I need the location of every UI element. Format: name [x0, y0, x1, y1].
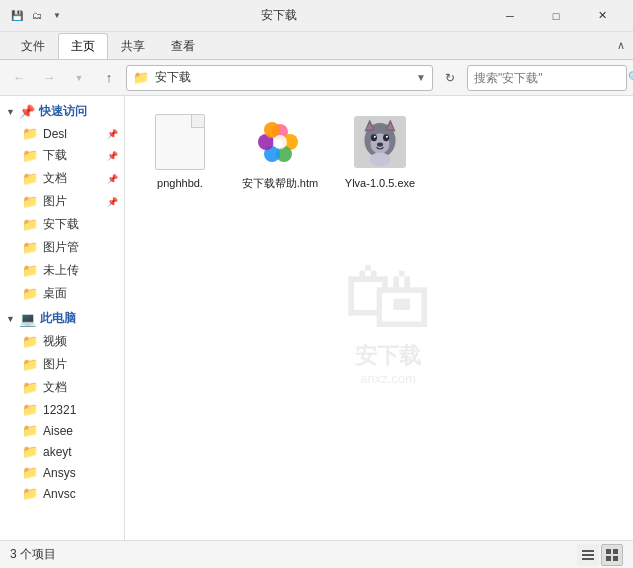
tab-home[interactable]: 主页	[58, 33, 108, 59]
folder-icon: 📁	[22, 148, 38, 163]
folder-icon: 📁	[22, 217, 38, 232]
sidebar-item-label: 视频	[43, 333, 67, 350]
sidebar-item-downloads[interactable]: 📁 下载 📌	[0, 144, 124, 167]
title-bar: 💾 🗂 ▼ 安下载 ─ □ ✕	[0, 0, 633, 32]
sidebar-item-anxz[interactable]: 📁 安下载	[0, 213, 124, 236]
thispc-arrow: ▼	[6, 314, 15, 324]
pin-icon: 📌	[107, 151, 118, 161]
sidebar-item-label: 文档	[43, 170, 67, 187]
watermark-subtext: anxz.com	[343, 371, 433, 386]
pin-icon: 📌	[19, 104, 35, 119]
file-icon-container	[150, 112, 210, 172]
sidebar-item-label: 文档	[43, 379, 67, 396]
pin-icon: 📌	[107, 129, 118, 139]
svg-rect-20	[582, 550, 594, 552]
address-dropdown-icon[interactable]: ▼	[416, 72, 426, 83]
svg-rect-21	[582, 554, 594, 556]
watermark-bag-icon: 🛍	[343, 251, 433, 341]
sidebar-item-label: 安下载	[43, 216, 79, 233]
sidebar: ▼ 📌 快速访问 📁 Desl 📌 📁 下载 📌 📁 文档 📌 📁 图片 📌 📁	[0, 96, 125, 540]
down-arrow-btn[interactable]: ▼	[48, 7, 66, 25]
svg-point-15	[383, 134, 389, 141]
address-bar[interactable]: 📁 安下载 ▼	[126, 65, 433, 91]
tab-share[interactable]: 共享	[108, 33, 158, 59]
sidebar-item-12321[interactable]: 📁 12321	[0, 399, 124, 420]
quick-access-header[interactable]: ▼ 📌 快速访问	[0, 100, 124, 123]
quick-access-arrow: ▼	[6, 107, 15, 117]
sidebar-item-video[interactable]: 📁 视频	[0, 330, 124, 353]
sidebar-item-label: 未上传	[43, 262, 79, 279]
up-button[interactable]: ↑	[96, 65, 122, 91]
svg-rect-26	[613, 556, 618, 561]
computer-icon: 💻	[19, 311, 36, 327]
sidebar-item-label: Desl	[43, 127, 67, 141]
sidebar-item-label: akeyt	[43, 445, 72, 459]
sidebar-item-docs[interactable]: 📁 文档 📌	[0, 167, 124, 190]
sidebar-item-desktop[interactable]: 📁 Desl 📌	[0, 123, 124, 144]
svg-rect-25	[606, 556, 611, 561]
search-bar[interactable]: 🔍	[467, 65, 627, 91]
maximize-button[interactable]: □	[533, 0, 579, 32]
file-area[interactable]: 🛍 安下载 anxz.com pnghhbd.	[125, 96, 633, 540]
down-nav-button[interactable]: ▼	[66, 65, 92, 91]
thispc-header[interactable]: ▼ 💻 此电脑	[0, 305, 124, 330]
wolf-icon	[354, 116, 406, 168]
grid-view-button[interactable]	[601, 544, 623, 566]
sidebar-item-label: 12321	[43, 403, 76, 417]
tab-file[interactable]: 文件	[8, 33, 58, 59]
status-bar: 3 个项目	[0, 540, 633, 568]
title-bar-left: 💾 🗂 ▼ 安下载	[8, 7, 487, 25]
view-toggle	[577, 544, 623, 566]
sidebar-item-imgmgr[interactable]: 📁 图片管	[0, 236, 124, 259]
sidebar-item-unuploaded[interactable]: 📁 未上传	[0, 259, 124, 282]
svg-point-16	[374, 136, 376, 138]
file-item-htm[interactable]: 安下载帮助.htm	[235, 106, 325, 196]
svg-point-6	[273, 135, 287, 149]
sidebar-item-dektop2[interactable]: 📁 桌面	[0, 282, 124, 305]
sidebar-item-ansys[interactable]: 📁 Ansys	[0, 462, 124, 483]
list-view-button[interactable]	[577, 544, 599, 566]
search-input[interactable]	[474, 71, 624, 85]
folder-icon: 📁	[22, 334, 38, 349]
folder-icon: 📁	[22, 126, 38, 141]
minimize-button[interactable]: ─	[487, 0, 533, 32]
sidebar-item-pics[interactable]: 📁 图片	[0, 353, 124, 376]
sidebar-item-label: 图片管	[43, 239, 79, 256]
sidebar-item-label: Anvsc	[43, 487, 76, 501]
window-controls: ─ □ ✕	[487, 0, 625, 32]
tab-view[interactable]: 查看	[158, 33, 208, 59]
file-item-ylva[interactable]: Ylva-1.0.5.exe	[335, 106, 425, 196]
folder-icon: 📁	[22, 357, 38, 372]
document-icon	[155, 114, 205, 170]
ribbon-collapse-icon[interactable]: ∧	[617, 39, 625, 52]
file-icon-container	[250, 112, 310, 172]
quick-access-toolbar: 💾 🗂 ▼	[8, 7, 66, 25]
sidebar-item-anvsc[interactable]: 📁 Anvsc	[0, 483, 124, 504]
folder-icon: 📁	[22, 171, 38, 186]
properties-quick-btn[interactable]: 🗂	[28, 7, 46, 25]
sidebar-item-aisee[interactable]: 📁 Aisee	[0, 420, 124, 441]
file-item-pnghhbd[interactable]: pnghhbd.	[135, 106, 225, 196]
sidebar-item-documents[interactable]: 📁 文档	[0, 376, 124, 399]
pin-icon: 📌	[107, 197, 118, 207]
save-quick-btn[interactable]: 💾	[8, 7, 26, 25]
sidebar-item-label: 图片	[43, 193, 67, 210]
sidebar-item-pictures[interactable]: 📁 图片 📌	[0, 190, 124, 213]
folder-icon: 📁	[22, 380, 38, 395]
svg-point-19	[370, 152, 391, 166]
folder-icon: 📁	[22, 194, 38, 209]
close-button[interactable]: ✕	[579, 0, 625, 32]
svg-point-18	[377, 142, 383, 146]
forward-button[interactable]: →	[36, 65, 62, 91]
svg-rect-24	[613, 549, 618, 554]
svg-rect-23	[606, 549, 611, 554]
sidebar-item-akeyt[interactable]: 📁 akeyt	[0, 441, 124, 462]
back-button[interactable]: ←	[6, 65, 32, 91]
folder-icon: 📁	[22, 423, 38, 438]
refresh-button[interactable]: ↻	[437, 65, 463, 91]
quick-access-label: 快速访问	[39, 103, 87, 120]
address-text: 安下载	[155, 69, 410, 86]
file-name: Ylva-1.0.5.exe	[345, 176, 415, 190]
sidebar-item-label: Ansys	[43, 466, 76, 480]
window-title: 安下载	[70, 7, 487, 24]
